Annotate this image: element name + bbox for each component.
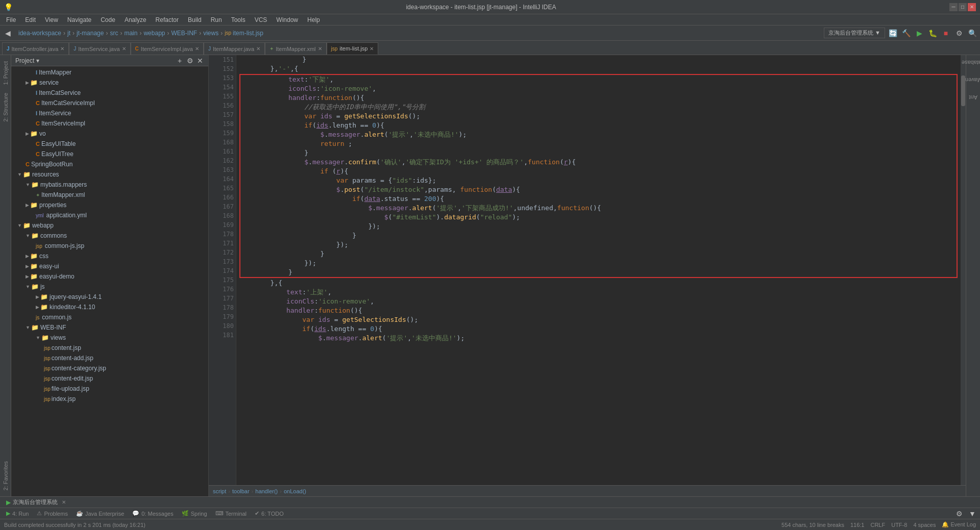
rs-maven[interactable]: Maven <box>968 74 979 86</box>
bottom-tab-messages[interactable]: 💬 0: Messages <box>128 508 177 519</box>
tree-item-itemcatservice[interactable]: I ItemCatService <box>11 88 208 98</box>
tree-item-properties[interactable]: ▶ 📁 properties <box>11 200 208 210</box>
stop-button[interactable]: ■ <box>940 28 951 39</box>
minimize-button[interactable]: ─ <box>949 3 958 11</box>
favorites-tab[interactable]: 2: Favorites <box>2 457 10 494</box>
bc-views[interactable]: views <box>203 30 218 37</box>
bc-toolbar[interactable]: toolbar <box>232 488 250 494</box>
bottom-tab-terminal[interactable]: ⌨ Terminal <box>211 508 251 519</box>
sidebar-settings-btn[interactable]: ⚙ <box>186 57 194 65</box>
run-tab[interactable]: ▶ 京淘后台管理系统 ✕ <box>2 497 70 508</box>
debug-button[interactable]: 🐛 <box>927 28 938 39</box>
build-button[interactable]: 🔨 <box>900 28 912 39</box>
bottom-hide-btn[interactable]: ▼ <box>967 508 978 519</box>
tree-item-itemmapperxml[interactable]: ✦ ItemMapper.xml <box>11 190 208 200</box>
menu-help[interactable]: Help <box>303 15 324 24</box>
menu-code[interactable]: Code <box>96 15 119 24</box>
tree-item-webinf[interactable]: ▼ 📁 WEB-INF <box>11 322 208 333</box>
menu-vcs[interactable]: VCS <box>251 15 272 24</box>
sidebar-close-btn[interactable]: ✕ <box>196 57 204 65</box>
tree-item-easyui[interactable]: ▶ 📁 easy-ui <box>11 261 208 271</box>
bc-onload[interactable]: onLoad() <box>284 488 306 494</box>
tree-item-fileuploadjsp[interactable]: jsp file-upload.jsp <box>11 384 208 394</box>
bc-file[interactable]: jsp item-list.jsp <box>225 30 263 37</box>
close-tab-item-list[interactable]: ✕ <box>370 46 374 52</box>
window-controls[interactable]: ─ □ ✕ <box>949 3 976 11</box>
tree-item-springbootrun[interactable]: C SpringBootRun <box>11 159 208 169</box>
tree-item-contentaddjsp[interactable]: jsp content-add.jsp <box>11 353 208 363</box>
tree-item-jqueryeasyui[interactable]: ▶ 📁 jquery-easyui-1.4.1 <box>11 292 208 302</box>
menu-build[interactable]: Build <box>184 15 206 24</box>
code-editor[interactable]: } },'-',{ text:'下架', <box>236 55 961 485</box>
structure-tab[interactable]: 2: Structure <box>2 89 10 126</box>
menu-window[interactable]: Window <box>272 15 302 24</box>
bc-webapp[interactable]: webapp <box>143 30 165 37</box>
tab-item-list-jsp[interactable]: jsp item-list.jsp ✕ <box>327 42 379 55</box>
bc-jt-manage[interactable]: jt-manage <box>77 30 104 37</box>
tree-item-views[interactable]: ▼ 📁 views <box>11 333 208 343</box>
tree-item-commonjs[interactable]: js common.js <box>11 312 208 322</box>
bottom-tab-problems[interactable]: ⚠ Problems <box>33 508 71 519</box>
tab-item-service[interactable]: J ItemService.java ✕ <box>69 42 130 55</box>
tree-item-css[interactable]: ▶ 📁 css <box>11 251 208 261</box>
close-tab-controller[interactable]: ✕ <box>60 46 64 52</box>
tree-item-applicationyml[interactable]: yml application.yml <box>11 210 208 220</box>
indent-size[interactable]: 4 spaces <box>913 522 936 528</box>
sidebar-add-btn[interactable]: + <box>176 57 184 65</box>
bottom-tab-spring[interactable]: 🌿 Spring <box>178 508 211 519</box>
rs-ant[interactable]: Ant <box>968 92 979 103</box>
cursor-position[interactable]: 116:1 <box>850 522 865 528</box>
vertical-scrollbar[interactable] <box>961 55 966 485</box>
bc-webinf[interactable]: WEB-INF <box>171 30 197 37</box>
close-tab-service[interactable]: ✕ <box>122 46 126 52</box>
tab-item-mapper[interactable]: J ItemMapper.java ✕ <box>204 42 265 55</box>
tab-item-mapper-xml[interactable]: ✦ ItemMapper.xml ✕ <box>265 42 326 55</box>
close-run-icon[interactable]: ✕ <box>62 499 66 505</box>
bc-jt[interactable]: jt <box>67 30 70 37</box>
menu-refactor[interactable]: Refactor <box>152 15 183 24</box>
run-button[interactable]: ▶ <box>914 28 925 39</box>
bc-src[interactable]: src <box>110 30 118 37</box>
rs-database[interactable]: Database <box>968 57 979 68</box>
menu-analyze[interactable]: Analyze <box>120 15 151 24</box>
menu-run[interactable]: Run <box>207 15 226 24</box>
settings-button[interactable]: ⚙ <box>953 28 965 39</box>
close-button[interactable]: ✕ <box>968 3 976 11</box>
tree-item-commons[interactable]: ▼ 📁 commons <box>11 231 208 241</box>
tree-item-js[interactable]: ▼ 📁 js <box>11 282 208 292</box>
menu-view[interactable]: View <box>41 15 62 24</box>
bc-handler[interactable]: handler() <box>255 488 278 494</box>
bc-workspace[interactable]: idea-workspace <box>18 30 61 37</box>
bc-script[interactable]: script <box>213 488 226 494</box>
tree-item-contenteditjsp[interactable]: jsp content-edit.jsp <box>11 373 208 384</box>
tree-item-indexjsp[interactable]: jsp index.jsp <box>11 394 208 404</box>
tree-item-itemcatserviceimpl[interactable]: C ItemCatServiceImpl <box>11 98 208 108</box>
tree-item-resources[interactable]: ▼ 📁 resources <box>11 169 208 180</box>
tab-item-controller[interactable]: J ItemController.java ✕ <box>2 42 69 55</box>
search-button[interactable]: 🔍 <box>967 28 978 39</box>
event-log[interactable]: 🔔 Event Log <box>942 521 976 528</box>
bottom-tab-java-enterprise[interactable]: ☕ Java Enterprise <box>72 508 128 519</box>
tree-item-easyuidemo[interactable]: ▶ 📁 easyui-demo <box>11 271 208 282</box>
tree-item-contentjsp[interactable]: jsp content.jsp <box>11 343 208 353</box>
back-button[interactable]: ◀ <box>2 28 13 39</box>
menu-file[interactable]: File <box>2 15 20 24</box>
tree-item-contentcategoryjsp[interactable]: jsp content-category.jsp <box>11 363 208 373</box>
tree-item-kindeditor[interactable]: ▶ 📁 kindeditor-4.1.10 <box>11 302 208 312</box>
bc-main[interactable]: main <box>124 30 137 37</box>
system-dropdown[interactable]: 京淘后台管理系统 ▼ <box>824 28 885 38</box>
line-ending[interactable]: CRLF <box>870 522 885 528</box>
maximize-button[interactable]: □ <box>959 3 967 11</box>
sync-button[interactable]: 🔄 <box>887 28 898 39</box>
close-tab-mapper[interactable]: ✕ <box>256 46 260 52</box>
code-view[interactable]: 151 152 153 154 155 156 157 158 159 168 … <box>209 55 966 485</box>
menu-navigate[interactable]: Navigate <box>63 15 95 24</box>
close-tab-mapper-xml[interactable]: ✕ <box>318 46 322 52</box>
menu-tools[interactable]: Tools <box>227 15 250 24</box>
project-tab[interactable]: 1: Project <box>2 57 10 89</box>
tree-item-itemservice[interactable]: I ItemService <box>11 108 208 118</box>
tree-item-mybatismappers[interactable]: ▼ 📁 mybatis.mappers <box>11 180 208 190</box>
close-tab-service-impl[interactable]: ✕ <box>195 46 199 52</box>
tree-item-itemserviceimpl[interactable]: C ItemServiceImpl <box>11 118 208 129</box>
bottom-settings-btn[interactable]: ⚙ <box>953 508 965 519</box>
